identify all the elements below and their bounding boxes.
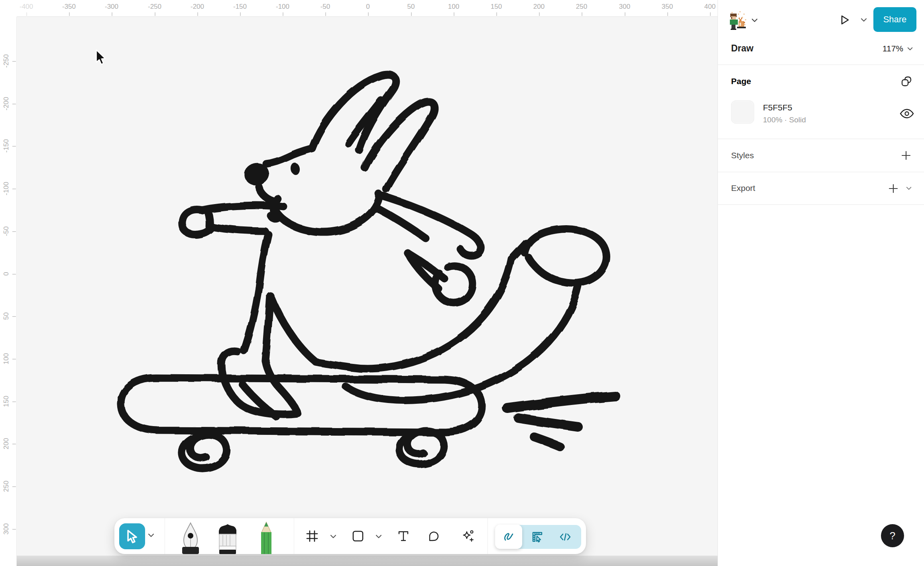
panel-divider: [718, 204, 924, 205]
rabbit-jaw: [273, 194, 379, 232]
ruler-label: 200: [523, 0, 555, 17]
rabbit-chest: [259, 234, 268, 288]
chevron-down-icon: [907, 47, 913, 51]
comment-bubble-tool-button[interactable]: [427, 530, 439, 542]
rabbit-eye: [290, 163, 300, 175]
ruler-label: 200: [0, 428, 17, 460]
shape-tool-chevron[interactable]: [375, 535, 382, 538]
page-fill-swatch[interactable]: [731, 100, 754, 124]
frame-tool-chevron[interactable]: [330, 535, 336, 538]
pencil-tool-button[interactable]: [255, 521, 277, 554]
brush-tool-button[interactable]: [216, 521, 240, 554]
editor-mode-label: Draw: [731, 43, 753, 54]
skateboard-deck: [121, 378, 482, 432]
page-fill-hex[interactable]: F5F5F5: [763, 103, 792, 112]
ruler-label: -150: [224, 0, 256, 17]
styles-section-label: Styles: [731, 151, 754, 160]
ruler-label: 300: [0, 513, 17, 545]
ruler-label: -100: [0, 173, 17, 204]
ruler-label: 0: [0, 258, 17, 290]
ruler-label: 100: [438, 0, 470, 17]
toolbar-divider: [294, 518, 294, 554]
text-tool-button[interactable]: [397, 530, 409, 542]
panel-divider: [718, 172, 924, 172]
motion-line-1: [507, 396, 615, 408]
avatar: [727, 10, 748, 31]
ruler-label: 350: [651, 0, 683, 17]
ruler-label: -50: [309, 0, 341, 17]
rabbit-back-arm-top: [379, 195, 481, 255]
toolbar-divider: [488, 518, 488, 554]
ruler-corner: [0, 0, 17, 17]
ruler-label: -50: [0, 215, 17, 247]
page-section-label: Page: [731, 77, 751, 86]
play-prototype-button[interactable]: [839, 14, 850, 26]
skateboard-wheel-front: [182, 434, 227, 468]
select-tool-chevron[interactable]: [148, 533, 154, 537]
ruler-horizontal: -400 -350 -300 -250 -200 -150 -100 -50 0…: [0, 0, 718, 17]
help-button[interactable]: ?: [881, 524, 904, 547]
ruler-label: 250: [0, 470, 17, 502]
export-options-chevron[interactable]: [906, 187, 912, 190]
canvas[interactable]: -400 -350 -300 -250 -200 -150 -100 -50 0…: [0, 0, 718, 566]
ruler-label: 100: [0, 343, 17, 375]
shape-tool-button[interactable]: [352, 530, 364, 542]
ruler-label: 0: [352, 0, 384, 17]
ruler-label: 50: [0, 300, 17, 332]
rabbit-brow: [266, 148, 312, 164]
select-tool-button[interactable]: [119, 523, 145, 549]
canvas-bottom-shade: [0, 556, 718, 566]
ruler-label: -250: [0, 45, 17, 77]
ruler-vertical: -250 -200 -150 -100 -50 0 50 100 150 200…: [0, 17, 17, 566]
ruler-label: 150: [480, 0, 512, 17]
right-panel: Share Draw 117% Page F5F5F5 100% · Solid…: [718, 0, 924, 566]
rabbit-pant-front: [244, 288, 259, 351]
rabbit-backleg-upper: [316, 259, 511, 369]
rabbit-back-shoe: [525, 229, 606, 283]
frame-tool-button[interactable]: [306, 530, 318, 542]
rabbit-muzzle: [259, 187, 273, 201]
rabbit-arm-left-bottom: [212, 227, 265, 231]
pen-tool-button[interactable]: [179, 521, 202, 554]
ruler-label: -250: [139, 0, 171, 17]
ruler-label: -200: [181, 0, 213, 17]
ruler-label: 50: [395, 0, 427, 17]
eye-icon[interactable]: [899, 108, 914, 119]
ruler-label: 150: [0, 385, 17, 417]
pages-icon[interactable]: [900, 76, 912, 88]
panel-divider: [718, 139, 924, 139]
add-style-button[interactable]: [901, 151, 911, 160]
draw-mode-scribble-icon[interactable]: [502, 531, 515, 543]
design-mode-ruler-cursor-icon[interactable]: [531, 531, 544, 543]
motion-line-2: [519, 418, 578, 427]
ruler-label: -350: [53, 0, 85, 17]
ai-sparkle-tool-button[interactable]: [461, 529, 474, 543]
ruler-label: 250: [566, 0, 598, 17]
select-cursor-icon: [126, 529, 139, 544]
ruler-label: -150: [0, 130, 17, 162]
rabbit-pant-back: [265, 296, 270, 360]
bottom-toolbar: [114, 518, 586, 554]
play-options-chevron[interactable]: [861, 18, 867, 22]
toolbar-divider: [165, 518, 165, 554]
rabbit-fist: [435, 265, 473, 303]
panel-divider: [718, 65, 924, 65]
ruler-label: -100: [267, 0, 299, 17]
add-export-button[interactable]: [889, 184, 898, 193]
chevron-down-icon: [751, 18, 758, 22]
ruler-label: 300: [609, 0, 641, 17]
dev-mode-code-icon[interactable]: [559, 531, 572, 543]
zoom-menu[interactable]: 117%: [883, 44, 913, 53]
motion-line-3: [534, 437, 560, 446]
avatar-menu-button[interactable]: [727, 10, 758, 33]
rabbit-seat: [270, 296, 315, 361]
export-section-label: Export: [731, 183, 755, 193]
ruler-label: -300: [96, 0, 128, 17]
ruler-label: -200: [0, 88, 17, 120]
share-button[interactable]: Share: [873, 7, 916, 32]
zoom-value: 117%: [883, 44, 903, 53]
page-fill-meta: 100% · Solid: [763, 116, 806, 124]
rabbit-arm-left-top: [202, 205, 284, 210]
rabbit-skateboard-drawing[interactable]: [0, 0, 718, 566]
